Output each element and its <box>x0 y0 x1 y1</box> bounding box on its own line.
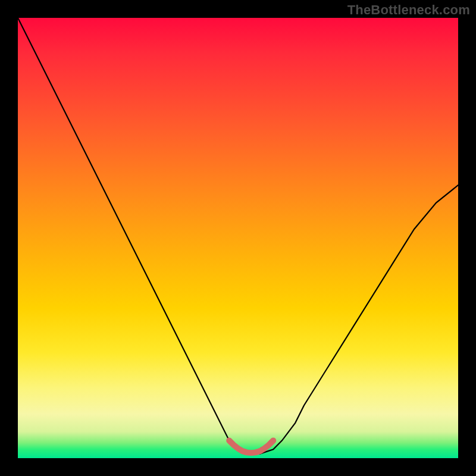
bottleneck-curve <box>18 18 458 454</box>
plot-area <box>18 18 458 458</box>
chart-frame: TheBottleneck.com <box>0 0 476 476</box>
watermark-text: TheBottleneck.com <box>347 2 470 18</box>
curve-layer <box>18 18 458 458</box>
